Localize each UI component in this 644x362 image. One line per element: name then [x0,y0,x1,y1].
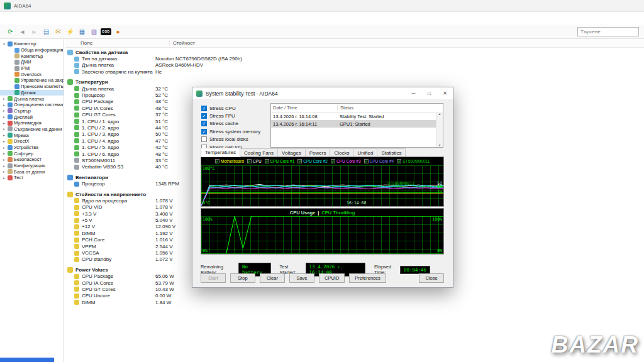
column-header-field[interactable]: Поле [65,40,169,46]
legend-item[interactable]: ✓CPU Core #1 [265,159,295,163]
sensor-panel-icon[interactable]: ▦ [77,26,87,36]
sensor-row[interactable]: Дънна платкаASRock B460M-HDV [65,62,644,69]
sidebar-item[interactable]: ▸Съхранение на данни [0,126,64,133]
email-icon[interactable]: ✉ [53,26,64,36]
expander-icon[interactable]: ▸ [2,103,6,107]
forward-icon[interactable]: ► [29,26,40,36]
expander-icon[interactable]: ▾ [2,42,6,46]
tab-temperatures[interactable]: Temperatures [201,148,240,157]
log-row[interactable]: 13.4.2026 г. 16:14:08Stability Test: Sta… [271,112,443,120]
sensor-row[interactable]: DIMM1.84 W [65,299,644,305]
graph-icon[interactable]: ▥ [89,26,99,36]
expander-icon[interactable]: ▸ [2,170,6,173]
legend-item[interactable]: ✓CPU Core #3 [331,159,361,163]
checkbox-icon[interactable] [201,136,207,142]
scroll-down-icon[interactable]: ▼ [438,143,441,147]
minimize-button[interactable]: ─ [406,87,421,99]
stress-option[interactable]: Stress local disks [201,136,268,143]
legend-checkbox-icon[interactable]: ✓ [265,159,269,163]
sidebar-item[interactable]: Преносим компютър [0,84,64,90]
sidebar-item[interactable]: ▸Операционна система [0,102,64,108]
sidebar-item[interactable]: ▸Тест [0,175,64,181]
refresh-icon[interactable]: ⟳ [5,26,16,36]
favorites-icon[interactable]: ⚡ [65,26,75,36]
sidebar-item[interactable]: ▸Дънна платка [0,96,64,102]
sidebar-item[interactable]: ▸База от данни [0,168,64,175]
tab-unified[interactable]: Unified [353,148,377,157]
logo-icon[interactable]: ● [113,26,123,36]
sidebar-item[interactable]: ▸Сървър [0,108,64,114]
expander-icon[interactable]: ▸ [2,109,6,112]
legend-checkbox-icon[interactable]: ✓ [247,159,252,163]
close-button[interactable]: Close [419,273,444,283]
sidebar-item[interactable]: Overclock [0,71,64,77]
stop-button[interactable]: Stop [230,273,255,283]
section-header[interactable]: Температури [65,79,644,85]
tab-powers[interactable]: Powers [305,148,331,157]
expander-icon[interactable]: ▸ [2,121,6,125]
sidebar-item[interactable]: ▸Мрежа [0,132,64,138]
expander-icon[interactable]: ▸ [2,176,6,180]
sidebar-item[interactable]: ▸Конфигурация [0,163,64,169]
tab-cooling-fans[interactable]: Cooling Fans [240,148,278,157]
legend-item[interactable]: ✓CPU Core #2 [297,159,328,163]
sidebar-item[interactable]: Датчик [0,90,64,96]
expander-icon[interactable]: ▸ [2,127,6,131]
start-button[interactable]: Start [201,273,226,283]
legend-item[interactable]: ✓CPU Core #4 [364,159,394,163]
log-scrollbar[interactable]: ▲▼ [436,112,443,147]
sidebar-item[interactable]: Обща информация [0,47,64,53]
clear-button[interactable]: Clear [260,273,285,283]
tab-clocks[interactable]: Clocks [330,148,353,157]
expander-icon[interactable]: ▸ [2,140,6,143]
legend-checkbox-icon[interactable]: ✓ [397,159,401,163]
sidebar-item[interactable]: IPMI [0,65,64,72]
log-row[interactable]: 13.4.2026 г. 16:14:11GPU1: Started [271,120,443,128]
legend-checkbox-icon[interactable]: ✓ [215,159,219,163]
sensor-row[interactable]: Засечено отваряне на кутиятаНе [65,69,644,75]
preferences-button[interactable]: Preferences [349,273,386,283]
legend-item[interactable]: ✓CPU [247,159,262,163]
report-icon[interactable]: ▤ [41,26,52,36]
expander-icon[interactable]: ▸ [2,146,6,150]
sidebar-item[interactable]: Компютър [0,53,64,59]
osd-badge[interactable]: OSD [101,28,111,35]
checkbox-icon[interactable]: ✓ [201,113,207,119]
maximize-button[interactable]: □ [421,87,437,99]
back-icon[interactable]: ◄ [17,26,28,36]
dialog-titlebar[interactable]: System Stability Test - AIDA64 ─ □ ✕ [192,87,453,99]
sidebar-item[interactable]: ДМИ [0,59,64,65]
stress-option[interactable]: ✓Stress CPU [201,104,268,112]
sensor-row[interactable]: CPU Uncore0.00 W [65,293,644,299]
tab-voltages[interactable]: Voltages [277,148,306,157]
scroll-up-icon[interactable]: ▲ [438,112,441,116]
cpuid-button[interactable]: CPUID [319,273,345,283]
save-button[interactable]: Save [289,273,314,283]
column-header-value[interactable]: Стойност [169,40,644,46]
tab-statistics[interactable]: Statistics [377,148,406,157]
checkbox-icon[interactable]: ✓ [201,121,207,126]
sidebar-item[interactable]: ▸Софтуер [0,150,64,156]
sidebar-item[interactable]: ▸DirectX [0,138,64,145]
expander-icon[interactable]: ▸ [2,151,6,155]
expander-icon[interactable]: ▸ [2,115,6,119]
sidebar-item[interactable]: Управление на захранв. [0,77,64,84]
close-icon[interactable]: ✕ [437,87,453,99]
sidebar-item[interactable]: ▾Компютър [0,41,64,47]
legend-item[interactable]: ✓ST500NM0011 [397,159,430,163]
legend-checkbox-icon[interactable]: ✓ [364,159,369,163]
legend-item[interactable]: ✓Motherboard [215,159,244,163]
log-column-status[interactable]: Status [338,105,443,111]
sidebar-item[interactable]: ▸Мултимедия [0,120,64,126]
expander-icon[interactable]: ▸ [2,133,6,137]
sidebar-item[interactable]: ▸Безопасност [0,156,64,163]
checkbox-icon[interactable]: ✓ [201,106,207,111]
stress-option[interactable]: ✓Stress FPU [201,112,268,119]
expander-icon[interactable]: ▸ [2,97,6,101]
expander-icon[interactable]: ▸ [2,164,6,168]
stress-option[interactable]: ✓Stress system memory [201,128,268,135]
section-header[interactable]: Свойства на датчика [65,49,644,55]
sidebar-item[interactable]: ▸Дисплей [0,114,64,120]
log-column-datetime[interactable]: Date / Time [271,105,338,111]
legend-checkbox-icon[interactable]: ✓ [331,159,335,163]
